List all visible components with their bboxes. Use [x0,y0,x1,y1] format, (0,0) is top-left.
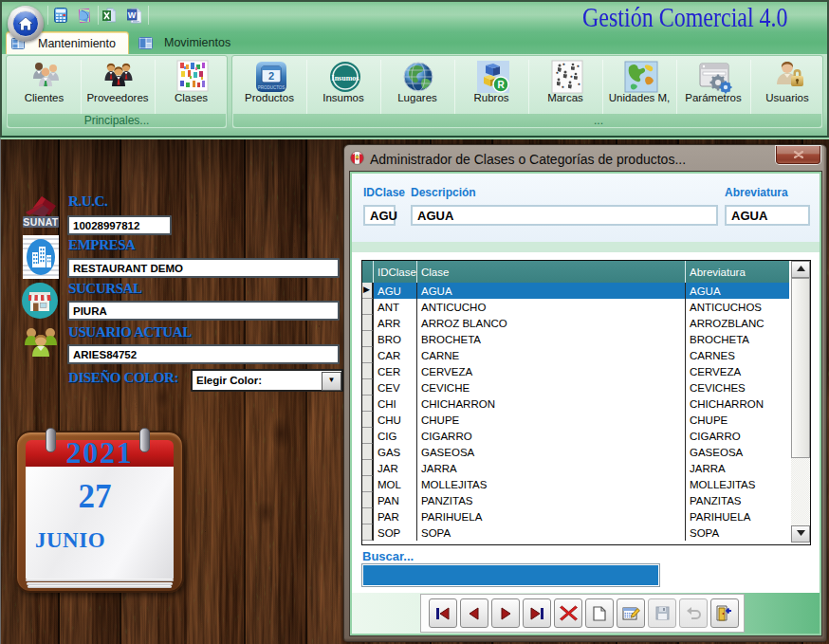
svg-text:R: R [497,80,505,90]
svg-text:✱: ✱ [578,83,580,86]
svg-text:✱: ✱ [562,63,565,66]
svg-text:SUNAT: SUNAT [23,216,59,228]
svg-text:✱: ✱ [577,64,580,68]
svg-text:W: W [128,10,137,20]
svg-text:PRODUCTOS: PRODUCTOS [258,85,286,90]
svg-text:✱: ✱ [556,71,559,75]
svg-text:✱: ✱ [562,85,564,89]
svg-text:2: 2 [268,70,274,82]
svg-text:✱: ✱ [570,75,573,79]
svg-text:Insumos: Insumos [332,74,359,83]
